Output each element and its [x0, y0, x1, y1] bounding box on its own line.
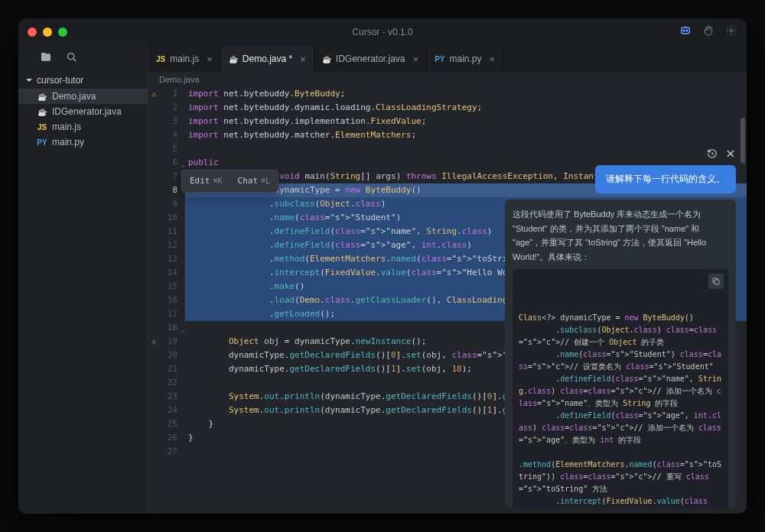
ai-icon[interactable]	[679, 24, 692, 40]
file-main-js[interactable]: JSmain.js	[18, 119, 148, 135]
file-type-icon: ☕	[229, 55, 238, 63]
line-number: 1	[148, 87, 177, 101]
tab-label: IDGenerator.java	[336, 54, 405, 64]
file-type-icon: ☕	[37, 92, 47, 101]
gear-icon[interactable]	[725, 24, 737, 40]
tab-label: main.js	[170, 54, 199, 64]
close-icon[interactable]	[725, 148, 736, 162]
line-number: 2	[148, 101, 177, 115]
line-number: 5	[148, 142, 177, 156]
code-line: import net.bytebuddy.implementation.Fixe…	[185, 115, 747, 128]
file-type-icon: ☕	[37, 108, 47, 116]
line-number: 11	[148, 225, 177, 238]
file-label: IDGenerator.java	[52, 106, 122, 117]
file-label: Demo.java	[52, 91, 96, 102]
history-icon[interactable]	[707, 148, 718, 162]
line-number: 14	[148, 266, 177, 280]
svg-rect-0	[682, 28, 690, 34]
code-line: import net.bytebuddy.dynamic.loading.Cla…	[185, 101, 747, 115]
line-number: 23	[148, 390, 177, 404]
close-icon[interactable]: ×	[300, 54, 306, 65]
line-number: 13	[148, 252, 177, 266]
line-number: 18⌄	[148, 321, 177, 335]
line-number: 21	[148, 362, 177, 376]
tab-idgenerator-java[interactable]: ☕IDGenerator.java×	[314, 46, 427, 72]
line-number: 9	[148, 197, 177, 211]
file-label: main.js	[52, 122, 81, 132]
copy-button[interactable]	[708, 274, 724, 289]
inline-hint: Edit⌘K Chat⌘L	[181, 170, 278, 193]
close-icon[interactable]: ×	[490, 54, 496, 65]
hint-edit[interactable]: Edit⌘K	[182, 170, 230, 192]
tab-main-py[interactable]: PYmain.py×	[427, 46, 503, 72]
folder-label: cursor-tutor	[37, 75, 83, 86]
chevron-down-icon	[24, 76, 34, 85]
line-number: 22	[148, 376, 177, 390]
line-number: 19	[148, 335, 177, 349]
line-number: 16	[148, 294, 177, 307]
file-type-icon: JS	[156, 55, 165, 63]
file-idgenerator-java[interactable]: ☕IDGenerator.java	[18, 104, 148, 119]
sidebar: cursor-tutor ☕Demo.java☕IDGenerator.java…	[18, 46, 148, 514]
assistant-response[interactable]: 这段代码使用了 ByteBuddy 库来动态生成一个名为 "Student" 的…	[505, 200, 736, 508]
file-type-icon: PY	[435, 55, 444, 63]
svg-point-4	[730, 29, 733, 32]
line-number: 3	[148, 115, 177, 128]
tab-demo-java[interactable]: ☕Demo.java *×	[221, 46, 314, 72]
titlebar: Cursor - v0.1.0	[18, 18, 747, 46]
line-number: 10	[148, 211, 177, 225]
svg-point-1	[683, 30, 685, 31]
line-number: 7⌄	[148, 170, 177, 183]
svg-point-2	[686, 30, 688, 31]
file-label: main.py	[52, 137, 84, 148]
search-icon[interactable]	[66, 51, 78, 66]
maximize-window-button[interactable]	[58, 28, 67, 37]
line-number: 6⌄	[148, 156, 177, 170]
files-icon[interactable]	[40, 51, 52, 66]
close-icon[interactable]: ×	[413, 54, 419, 65]
breadcrumb: Demo.java	[148, 72, 747, 87]
hint-chat[interactable]: Chat⌘L	[230, 170, 278, 192]
line-number: 8	[148, 183, 177, 197]
tab-main-js[interactable]: JSmain.js×	[148, 46, 221, 72]
response-code-block: Class<?> dynamicType = new ByteBuddy() .…	[513, 269, 728, 508]
chat-panel: 请解释下每一行代码的含义。 这段代码使用了 ByteBuddy 库来动态生成一个…	[505, 145, 736, 508]
tab-label: main.py	[449, 54, 481, 64]
tab-label: Demo.java *	[243, 54, 292, 64]
close-window-button[interactable]	[28, 28, 37, 37]
file-demo-java[interactable]: ☕Demo.java	[18, 89, 148, 104]
line-number: 24	[148, 404, 177, 417]
response-text-1: 这段代码使用了 ByteBuddy 库来动态生成一个名为 "Student" 的…	[513, 207, 728, 264]
code-line: import net.bytebuddy.matcher.ElementMatc…	[185, 128, 747, 142]
window-title: Cursor - v0.1.0	[18, 27, 747, 37]
line-number: 26	[148, 431, 177, 445]
folder-cursor-tutor[interactable]: cursor-tutor	[18, 72, 148, 89]
svg-rect-9	[715, 280, 719, 284]
line-number: 27	[148, 445, 177, 459]
close-icon[interactable]: ×	[207, 54, 213, 65]
file-type-icon: ☕	[322, 55, 331, 63]
user-prompt: 请解释下每一行代码的含义。	[595, 165, 736, 193]
scrollbar[interactable]	[741, 118, 745, 164]
hand-icon[interactable]	[702, 24, 715, 40]
line-number: 15	[148, 280, 177, 294]
tab-bar: JSmain.js×☕Demo.java *×☕IDGenerator.java…	[148, 46, 747, 72]
svg-line-6	[73, 59, 76, 61]
file-type-icon: JS	[37, 123, 47, 131]
line-number: 20	[148, 349, 177, 362]
line-number: 4	[148, 128, 177, 142]
svg-point-5	[68, 54, 74, 60]
code-line: import net.bytebuddy.ByteBuddy;	[185, 87, 747, 101]
line-number: 17	[148, 307, 177, 321]
line-number: 12	[148, 238, 177, 252]
minimize-window-button[interactable]	[43, 28, 52, 37]
line-number: 25	[148, 417, 177, 431]
file-main-py[interactable]: PYmain.py	[18, 135, 148, 150]
file-type-icon: PY	[37, 138, 47, 147]
